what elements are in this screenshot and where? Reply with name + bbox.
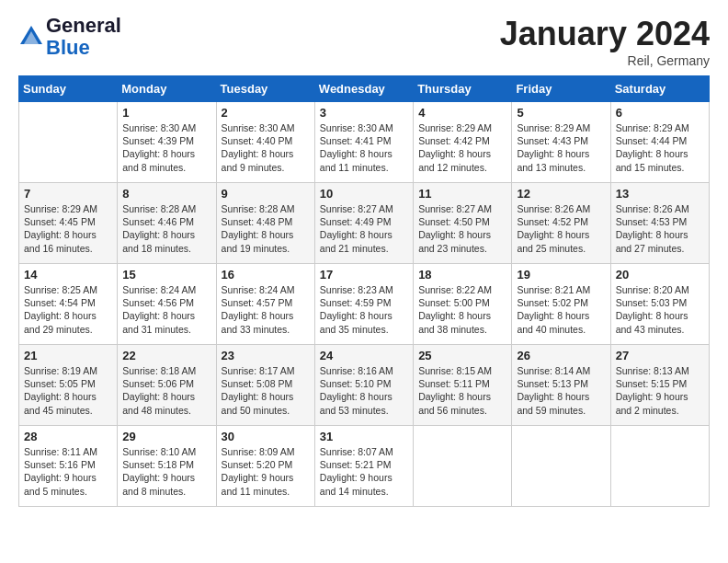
calendar-cell bbox=[414, 426, 512, 507]
day-number: 26 bbox=[517, 349, 605, 362]
week-row-2: 7Sunrise: 8:29 AM Sunset: 4:45 PM Daylig… bbox=[19, 183, 710, 264]
calendar-cell: 10Sunrise: 8:27 AM Sunset: 4:49 PM Dayli… bbox=[314, 183, 413, 264]
day-detail: Sunrise: 8:26 AM Sunset: 4:52 PM Dayligh… bbox=[517, 202, 605, 255]
day-number: 2 bbox=[222, 106, 310, 120]
day-number: 1 bbox=[122, 106, 210, 120]
week-row-4: 21Sunrise: 8:19 AM Sunset: 5:05 PM Dayli… bbox=[19, 345, 710, 426]
day-number: 20 bbox=[616, 268, 704, 282]
calendar-cell: 17Sunrise: 8:23 AM Sunset: 4:59 PM Dayli… bbox=[314, 264, 413, 345]
day-detail: Sunrise: 8:10 AM Sunset: 5:18 PM Dayligh… bbox=[122, 445, 210, 498]
title-area: January 2024 Reil, Germany bbox=[500, 15, 710, 68]
day-detail: Sunrise: 8:27 AM Sunset: 4:49 PM Dayligh… bbox=[320, 202, 408, 255]
calendar-cell: 28Sunrise: 8:11 AM Sunset: 5:16 PM Dayli… bbox=[19, 426, 118, 507]
day-detail: Sunrise: 8:17 AM Sunset: 5:08 PM Dayligh… bbox=[222, 364, 310, 417]
weekday-header-sunday: Sunday bbox=[19, 76, 118, 102]
day-number: 24 bbox=[320, 349, 408, 362]
location: Reil, Germany bbox=[500, 53, 710, 68]
calendar-cell: 30Sunrise: 8:09 AM Sunset: 5:20 PM Dayli… bbox=[216, 426, 314, 507]
day-number: 25 bbox=[418, 349, 506, 362]
calendar-cell: 29Sunrise: 8:10 AM Sunset: 5:18 PM Dayli… bbox=[118, 426, 216, 507]
calendar-cell: 18Sunrise: 8:22 AM Sunset: 5:00 PM Dayli… bbox=[414, 264, 512, 345]
day-detail: Sunrise: 8:20 AM Sunset: 5:03 PM Dayligh… bbox=[616, 283, 704, 336]
day-detail: Sunrise: 8:24 AM Sunset: 4:57 PM Dayligh… bbox=[222, 283, 310, 336]
day-detail: Sunrise: 8:29 AM Sunset: 4:42 PM Dayligh… bbox=[418, 121, 506, 174]
day-number: 4 bbox=[418, 106, 506, 120]
calendar-cell bbox=[512, 426, 610, 507]
calendar-cell: 5Sunrise: 8:29 AM Sunset: 4:43 PM Daylig… bbox=[512, 102, 610, 183]
calendar-cell: 4Sunrise: 8:29 AM Sunset: 4:42 PM Daylig… bbox=[414, 102, 512, 183]
calendar-cell: 3Sunrise: 8:30 AM Sunset: 4:41 PM Daylig… bbox=[314, 102, 413, 183]
day-number: 5 bbox=[517, 106, 605, 120]
day-number: 13 bbox=[616, 187, 704, 201]
day-detail: Sunrise: 8:09 AM Sunset: 5:20 PM Dayligh… bbox=[222, 445, 310, 498]
day-number: 3 bbox=[320, 106, 408, 120]
day-number: 19 bbox=[517, 268, 605, 282]
day-number: 11 bbox=[418, 187, 506, 201]
day-detail: Sunrise: 8:25 AM Sunset: 4:54 PM Dayligh… bbox=[24, 283, 112, 336]
day-number: 15 bbox=[122, 268, 210, 282]
logo-text: General Blue bbox=[46, 15, 121, 59]
week-row-5: 28Sunrise: 8:11 AM Sunset: 5:16 PM Dayli… bbox=[19, 426, 710, 507]
day-detail: Sunrise: 8:16 AM Sunset: 5:10 PM Dayligh… bbox=[320, 364, 408, 417]
calendar-cell: 8Sunrise: 8:28 AM Sunset: 4:46 PM Daylig… bbox=[118, 183, 216, 264]
day-detail: Sunrise: 8:30 AM Sunset: 4:39 PM Dayligh… bbox=[122, 121, 210, 174]
logo-icon bbox=[18, 24, 44, 50]
day-number: 8 bbox=[122, 187, 210, 201]
day-detail: Sunrise: 8:28 AM Sunset: 4:46 PM Dayligh… bbox=[122, 202, 210, 255]
weekday-header-friday: Friday bbox=[512, 76, 610, 102]
calendar-cell: 23Sunrise: 8:17 AM Sunset: 5:08 PM Dayli… bbox=[216, 345, 314, 426]
calendar-cell: 12Sunrise: 8:26 AM Sunset: 4:52 PM Dayli… bbox=[512, 183, 610, 264]
day-number: 9 bbox=[222, 187, 310, 201]
calendar-cell: 7Sunrise: 8:29 AM Sunset: 4:45 PM Daylig… bbox=[19, 183, 118, 264]
calendar-cell: 2Sunrise: 8:30 AM Sunset: 4:40 PM Daylig… bbox=[216, 102, 314, 183]
weekday-header-wednesday: Wednesday bbox=[314, 76, 413, 102]
week-row-3: 14Sunrise: 8:25 AM Sunset: 4:54 PM Dayli… bbox=[19, 264, 710, 345]
header: General Blue January 2024 Reil, Germany bbox=[18, 15, 710, 68]
day-detail: Sunrise: 8:11 AM Sunset: 5:16 PM Dayligh… bbox=[24, 445, 112, 498]
week-row-1: 1Sunrise: 8:30 AM Sunset: 4:39 PM Daylig… bbox=[19, 102, 710, 183]
day-detail: Sunrise: 8:22 AM Sunset: 5:00 PM Dayligh… bbox=[418, 283, 506, 336]
calendar-cell: 20Sunrise: 8:20 AM Sunset: 5:03 PM Dayli… bbox=[610, 264, 709, 345]
day-detail: Sunrise: 8:18 AM Sunset: 5:06 PM Dayligh… bbox=[122, 364, 210, 417]
day-number: 29 bbox=[122, 430, 210, 443]
logo: General Blue bbox=[18, 15, 121, 59]
weekday-header-thursday: Thursday bbox=[414, 76, 512, 102]
calendar-cell: 1Sunrise: 8:30 AM Sunset: 4:39 PM Daylig… bbox=[118, 102, 216, 183]
calendar-cell: 22Sunrise: 8:18 AM Sunset: 5:06 PM Dayli… bbox=[118, 345, 216, 426]
calendar-cell bbox=[610, 426, 709, 507]
day-number: 16 bbox=[222, 268, 310, 282]
calendar-cell: 24Sunrise: 8:16 AM Sunset: 5:10 PM Dayli… bbox=[314, 345, 413, 426]
calendar-cell: 26Sunrise: 8:14 AM Sunset: 5:13 PM Dayli… bbox=[512, 345, 610, 426]
day-detail: Sunrise: 8:27 AM Sunset: 4:50 PM Dayligh… bbox=[418, 202, 506, 255]
calendar-cell: 16Sunrise: 8:24 AM Sunset: 4:57 PM Dayli… bbox=[216, 264, 314, 345]
day-detail: Sunrise: 8:29 AM Sunset: 4:45 PM Dayligh… bbox=[24, 202, 112, 255]
weekday-header-saturday: Saturday bbox=[610, 76, 709, 102]
day-number: 17 bbox=[320, 268, 408, 282]
calendar-table: SundayMondayTuesdayWednesdayThursdayFrid… bbox=[18, 75, 710, 507]
day-detail: Sunrise: 8:30 AM Sunset: 4:41 PM Dayligh… bbox=[320, 121, 408, 174]
calendar-cell: 19Sunrise: 8:21 AM Sunset: 5:02 PM Dayli… bbox=[512, 264, 610, 345]
calendar-cell: 13Sunrise: 8:26 AM Sunset: 4:53 PM Dayli… bbox=[610, 183, 709, 264]
month-title: January 2024 bbox=[500, 15, 710, 53]
day-detail: Sunrise: 8:23 AM Sunset: 4:59 PM Dayligh… bbox=[320, 283, 408, 336]
day-detail: Sunrise: 8:07 AM Sunset: 5:21 PM Dayligh… bbox=[320, 445, 408, 498]
calendar-cell: 11Sunrise: 8:27 AM Sunset: 4:50 PM Dayli… bbox=[414, 183, 512, 264]
day-number: 30 bbox=[222, 430, 310, 443]
day-detail: Sunrise: 8:19 AM Sunset: 5:05 PM Dayligh… bbox=[24, 364, 112, 417]
day-number: 6 bbox=[616, 106, 704, 120]
page: General Blue January 2024 Reil, Germany … bbox=[0, 0, 728, 563]
day-detail: Sunrise: 8:24 AM Sunset: 4:56 PM Dayligh… bbox=[122, 283, 210, 336]
day-detail: Sunrise: 8:15 AM Sunset: 5:11 PM Dayligh… bbox=[418, 364, 506, 417]
calendar-cell: 14Sunrise: 8:25 AM Sunset: 4:54 PM Dayli… bbox=[19, 264, 118, 345]
day-number: 18 bbox=[418, 268, 506, 282]
day-detail: Sunrise: 8:13 AM Sunset: 5:15 PM Dayligh… bbox=[616, 364, 704, 417]
day-number: 12 bbox=[517, 187, 605, 201]
calendar-cell: 21Sunrise: 8:19 AM Sunset: 5:05 PM Dayli… bbox=[19, 345, 118, 426]
calendar-cell: 27Sunrise: 8:13 AM Sunset: 5:15 PM Dayli… bbox=[610, 345, 709, 426]
day-detail: Sunrise: 8:29 AM Sunset: 4:44 PM Dayligh… bbox=[616, 121, 704, 174]
day-detail: Sunrise: 8:30 AM Sunset: 4:40 PM Dayligh… bbox=[222, 121, 310, 174]
calendar-cell: 31Sunrise: 8:07 AM Sunset: 5:21 PM Dayli… bbox=[314, 426, 413, 507]
weekday-header-tuesday: Tuesday bbox=[216, 76, 314, 102]
day-number: 27 bbox=[616, 349, 704, 362]
calendar-cell: 15Sunrise: 8:24 AM Sunset: 4:56 PM Dayli… bbox=[118, 264, 216, 345]
